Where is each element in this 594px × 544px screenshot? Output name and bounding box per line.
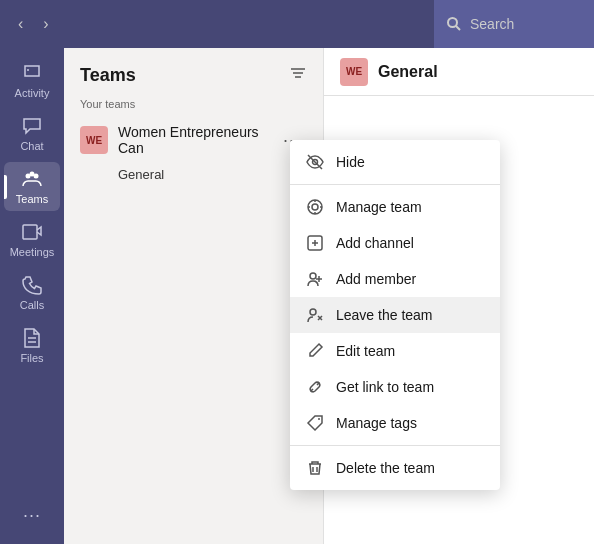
svg-point-5: [30, 172, 35, 177]
teams-icon: [21, 168, 43, 190]
channel-item-general[interactable]: General: [64, 162, 323, 187]
team-item[interactable]: WE Women Entrepreneurs Can ···: [64, 118, 323, 162]
menu-label-edit-team: Edit team: [336, 343, 395, 359]
activity-icon: [21, 62, 43, 84]
nav-forward-button[interactable]: ›: [37, 11, 54, 37]
menu-item-manage-tags[interactable]: Manage tags: [290, 405, 500, 441]
manage-tags-icon: [306, 414, 324, 432]
team-name: Women Entrepreneurs Can: [118, 124, 277, 156]
svg-point-15: [312, 204, 318, 210]
manage-team-icon: [306, 198, 324, 216]
menu-label-manage-team: Manage team: [336, 199, 422, 215]
sidebar-label-activity: Activity: [15, 87, 50, 99]
menu-item-get-link[interactable]: Get link to team: [290, 369, 500, 405]
leave-team-icon: [306, 306, 324, 324]
menu-item-hide[interactable]: Hide: [290, 144, 500, 180]
svg-rect-6: [23, 225, 37, 239]
svg-point-0: [448, 18, 457, 27]
meetings-icon: [21, 221, 43, 243]
teams-header: Teams: [64, 48, 323, 94]
more-dots-icon: ···: [23, 505, 41, 526]
svg-point-2: [27, 69, 29, 71]
menu-item-delete-team[interactable]: Delete the team: [290, 450, 500, 486]
menu-item-add-channel[interactable]: Add channel: [290, 225, 500, 261]
menu-item-add-member[interactable]: Add member: [290, 261, 500, 297]
content-avatar: WE: [340, 58, 368, 86]
sidebar-item-more[interactable]: ···: [4, 499, 60, 532]
files-icon: [21, 327, 43, 349]
sidebar-item-activity[interactable]: Activity: [4, 56, 60, 105]
calls-icon: [21, 274, 43, 296]
menu-item-manage-team[interactable]: Manage team: [290, 189, 500, 225]
teams-panel-title: Teams: [80, 65, 136, 86]
context-menu: Hide Manage team Add channel Add: [290, 140, 500, 490]
team-avatar: WE: [80, 126, 108, 154]
add-channel-icon: [306, 234, 324, 252]
svg-point-27: [318, 418, 320, 420]
nav-back-button[interactable]: ‹: [12, 11, 29, 37]
hide-icon: [306, 153, 324, 171]
search-icon: [446, 16, 462, 32]
content-channel-title: General: [378, 63, 438, 81]
menu-label-add-member: Add member: [336, 271, 416, 287]
add-member-icon: [306, 270, 324, 288]
menu-label-get-link: Get link to team: [336, 379, 434, 395]
svg-point-26: [310, 309, 316, 315]
top-bar: ‹ › Search: [0, 0, 594, 48]
svg-point-14: [308, 200, 322, 214]
content-header: WE General: [324, 48, 594, 96]
sidebar-item-chat[interactable]: Chat: [4, 109, 60, 158]
sidebar-label-chat: Chat: [20, 140, 43, 152]
sidebar-label-meetings: Meetings: [10, 246, 55, 258]
sidebar-label-teams: Teams: [16, 193, 48, 205]
sidebar-item-calls[interactable]: Calls: [4, 268, 60, 317]
your-teams-label: Your teams: [64, 94, 323, 118]
sidebar-label-calls: Calls: [20, 299, 44, 311]
teams-panel: Teams Your teams WE Women Entrepreneurs …: [64, 48, 324, 544]
channel-name-general: General: [118, 167, 164, 182]
svg-point-23: [310, 273, 316, 279]
sidebar-item-meetings[interactable]: Meetings: [4, 215, 60, 264]
sidebar-label-files: Files: [20, 352, 43, 364]
nav-arrows: ‹ ›: [12, 11, 55, 37]
menu-label-leave-team: Leave the team: [336, 307, 433, 323]
menu-label-add-channel: Add channel: [336, 235, 414, 251]
menu-item-leave-team[interactable]: Leave the team: [290, 297, 500, 333]
filter-icon[interactable]: [289, 64, 307, 86]
get-link-icon: [306, 378, 324, 396]
search-placeholder: Search: [470, 16, 514, 32]
menu-divider-1: [290, 184, 500, 185]
menu-label-hide: Hide: [336, 154, 365, 170]
chat-icon: [21, 115, 43, 137]
menu-label-manage-tags: Manage tags: [336, 415, 417, 431]
delete-team-icon: [306, 459, 324, 477]
search-box[interactable]: Search: [434, 0, 594, 48]
menu-divider-2: [290, 445, 500, 446]
edit-team-icon: [306, 342, 324, 360]
svg-line-1: [456, 26, 460, 30]
sidebar: Activity Chat Teams Meetings: [0, 48, 64, 544]
sidebar-item-files[interactable]: Files: [4, 321, 60, 370]
sidebar-item-teams[interactable]: Teams: [4, 162, 60, 211]
menu-label-delete-team: Delete the team: [336, 460, 435, 476]
menu-item-edit-team[interactable]: Edit team: [290, 333, 500, 369]
